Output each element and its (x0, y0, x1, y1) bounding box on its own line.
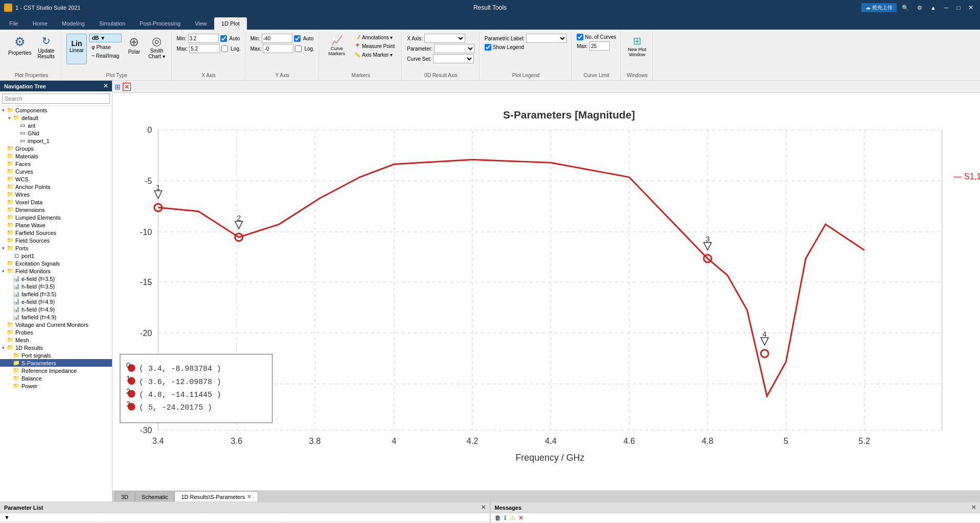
tree-item-voltage-current[interactable]: 📁Voltage and Current Monitors (0, 321, 112, 328)
x-min-input[interactable] (188, 34, 219, 43)
tab-1d-plot[interactable]: 1D Plot (214, 17, 247, 30)
tree-item-probes[interactable]: 📁Probes (0, 328, 112, 336)
tree-expander[interactable]: ▾ (6, 115, 12, 121)
settings-btn[interactable]: ⚙ (914, 4, 925, 12)
tab-close-icon[interactable]: ✕ (247, 493, 252, 500)
curve-set-dropdown[interactable] (433, 54, 474, 63)
update-results-btn[interactable]: ↻ Update Results (36, 34, 57, 64)
properties-btn[interactable]: ⚙ Properties (6, 34, 34, 64)
tree-item-efield35[interactable]: 📊e-field (f=3.5) (0, 275, 112, 282)
tree-item-port-signals[interactable]: 📁Port signals (0, 351, 112, 359)
tree-item-hfield49[interactable]: 📊h-field (f=4.9) (0, 305, 112, 313)
tree-item-port1[interactable]: ◻port1 (0, 252, 112, 259)
tree-item-materials[interactable]: 📁Materials (0, 152, 112, 160)
tree-expander[interactable]: ▾ (0, 269, 6, 274)
measure-point-btn[interactable]: 📍 Measure Point (352, 42, 397, 50)
y-log-check[interactable] (295, 45, 302, 52)
tree-item-farfield-sources[interactable]: 📁Farfield Sources (0, 229, 112, 236)
tree-item-curves[interactable]: 📁Curves (0, 168, 112, 175)
tree-item-s-parameters[interactable]: 📁S-Parameters (0, 359, 112, 367)
filter-icon[interactable]: ▼ (4, 514, 10, 520)
msg-error-icon[interactable]: ✕ (518, 514, 523, 521)
db-dropdown[interactable]: ▼ (100, 35, 105, 41)
y-min-input[interactable] (262, 34, 292, 43)
x-axis-dropdown[interactable] (424, 34, 465, 43)
tree-item-hfield35[interactable]: 📊h-field (f=3.5) (0, 282, 112, 290)
tree-item-field-monitors[interactable]: ▾📁Field Monitors (0, 267, 112, 275)
tree-item-gnd[interactable]: ▭GNd (0, 129, 112, 137)
tree-item-dimensions[interactable]: 📁Dimensions (0, 206, 112, 213)
msg-warning-icon[interactable]: ⚠ (510, 514, 515, 521)
search-btn[interactable]: 🔍 (899, 4, 912, 12)
max-curves-input[interactable] (589, 41, 610, 51)
tab-3d[interactable]: 3D (115, 491, 135, 502)
tree-expander[interactable]: ▾ (0, 108, 6, 113)
annotations-btn[interactable]: 📝 Annotations ▾ (352, 34, 397, 41)
tab-view[interactable]: View (188, 17, 214, 30)
tree-expander[interactable]: ▾ (0, 345, 6, 350)
tree-item-plane-wave[interactable]: 📁Plane Wave (0, 221, 112, 229)
msg-clear-icon[interactable]: 🗑 (495, 514, 501, 521)
chart-icon-close[interactable]: ✕ (123, 83, 131, 91)
tab-post-processing[interactable]: Post-Processing (132, 17, 188, 30)
db-btn[interactable]: dB ▼ (89, 34, 122, 42)
tree-item-mesh[interactable]: 📁Mesh (0, 336, 112, 344)
show-legend-check[interactable] (485, 44, 491, 51)
tree-item-farfield35[interactable]: 📊farfield (f=3.5) (0, 290, 112, 298)
parameter-dropdown[interactable] (434, 44, 475, 53)
x-max-input[interactable] (189, 44, 220, 53)
tree-item-ant[interactable]: ▭ant (0, 122, 112, 129)
y-max-input[interactable] (263, 44, 293, 53)
linear-btn[interactable]: Lin Linear (66, 34, 87, 64)
tree-item-groups[interactable]: 📁Groups (0, 145, 112, 152)
tab-simulation[interactable]: Simulation (92, 17, 132, 30)
close-btn[interactable]: ✕ (966, 3, 976, 13)
msg-info-icon[interactable]: ℹ (504, 514, 507, 521)
tree-item-import1[interactable]: ▭import_1 (0, 137, 112, 145)
tab-home[interactable]: Home (26, 17, 55, 30)
up-btn[interactable]: ▲ (927, 4, 939, 12)
parametric-dropdown[interactable] (526, 34, 567, 43)
nav-tree-close[interactable]: ✕ (103, 83, 108, 89)
phase-btn[interactable]: φ Phase (89, 43, 122, 51)
tree-item-anchor-points[interactable]: 📁Anchor Points (0, 183, 112, 191)
messages-panel-close[interactable]: ✕ (971, 504, 976, 511)
y-auto-check[interactable] (294, 35, 301, 42)
cloud-btn[interactable]: ☁ 抢先上传 (861, 3, 897, 12)
tree-item-ports[interactable]: ▾📁Ports (0, 244, 112, 252)
tab-file[interactable]: File (2, 17, 26, 30)
no-of-curves-check[interactable] (577, 34, 583, 40)
tree-item-default[interactable]: ▾📁default (0, 114, 112, 122)
chart-icon-grid[interactable]: ⊞ (115, 83, 121, 91)
tree-item-balance[interactable]: 📁Balance (0, 374, 112, 382)
real-imag-btn[interactable]: ~ Real/Imag (89, 52, 122, 60)
minimize-btn[interactable]: ─ (941, 3, 951, 13)
curve-markers-btn[interactable]: 📈 Curve Markers (324, 34, 350, 64)
tab-schematic[interactable]: Schematic (135, 491, 174, 502)
nav-search-input[interactable] (2, 93, 110, 104)
maximize-btn[interactable]: □ (953, 3, 964, 13)
new-plot-window-btn[interactable]: ⊞ New Plot Window (626, 34, 648, 64)
polar-btn[interactable]: ⊕ Polar (124, 34, 144, 64)
smith-chart-btn[interactable]: ◎ Smith Chart ▾ (146, 34, 167, 64)
tree-item-excitation-signals[interactable]: 📁Excitation Signals (0, 259, 112, 267)
tree-item-reference-impedance[interactable]: 📁Reference Impedance (0, 367, 112, 374)
x-log-check[interactable] (221, 45, 228, 52)
tree-item-1d-results[interactable]: ▾📁1D Results (0, 344, 112, 351)
tree-item-power[interactable]: 📁Power (0, 382, 112, 390)
tree-item-components[interactable]: ▾📁Components (0, 106, 112, 114)
tree-item-farfield49[interactable]: 📊farfield (f=4.9) (0, 313, 112, 321)
tree-item-wires[interactable]: 📁Wires (0, 191, 112, 198)
axis-marker-btn[interactable]: 📏 Axis Marker ▾ (352, 51, 397, 59)
tab-1d-results-sparams[interactable]: 1D Results\S-Parameters ✕ (174, 491, 258, 502)
tree-item-lumped-elements[interactable]: 📁Lumped Elements (0, 213, 112, 221)
tree-item-voxel-data[interactable]: 📁Voxel Data (0, 198, 112, 206)
tree-item-wcs[interactable]: 📁WCS (0, 175, 112, 183)
param-panel-close[interactable]: ✕ (481, 504, 486, 511)
tab-modeling[interactable]: Modeling (55, 17, 92, 30)
tree-item-field-sources[interactable]: 📁Field Sources (0, 236, 112, 244)
x-auto-check[interactable] (220, 35, 227, 42)
tree-item-faces[interactable]: 📁Faces (0, 160, 112, 168)
tree-expander[interactable]: ▾ (0, 246, 6, 251)
tree-item-efield49[interactable]: 📊e-field (f=4.9) (0, 298, 112, 305)
